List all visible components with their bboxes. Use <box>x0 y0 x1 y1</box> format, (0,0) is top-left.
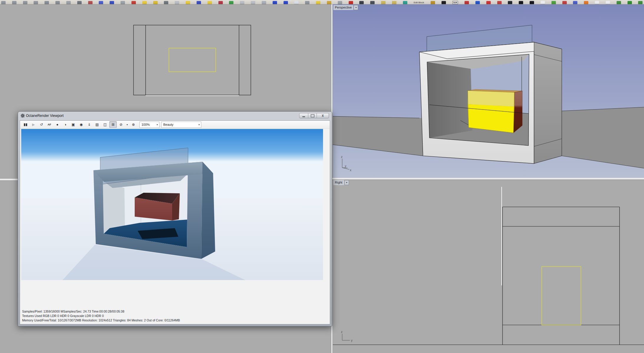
toolbar-icon-stub-3[interactable] <box>34 1 38 4</box>
restart-render-button[interactable]: ↺ <box>38 121 45 128</box>
toolbar-icon-stub-7[interactable] <box>77 1 82 4</box>
toolbar-icon-stub-0[interactable] <box>1 1 6 4</box>
render-pass-select[interactable]: Beauty ▼ <box>161 122 201 128</box>
viewport-right[interactable]: z y Right ▼ <box>332 179 644 353</box>
toolbar-icon-stub-55[interactable] <box>606 1 610 4</box>
play-button[interactable]: ▶ <box>30 121 37 128</box>
toolbar-icon-stub-17[interactable] <box>186 1 190 4</box>
toolbar-icon-stub-28[interactable] <box>305 1 309 4</box>
toolbar-icon-stub-37[interactable] <box>403 1 407 4</box>
save-image-button[interactable]: ⇓ <box>85 121 93 128</box>
toolbar-icon-stub-20[interactable] <box>218 1 223 4</box>
clipboard-copy-button[interactable]: ▤ <box>93 121 101 128</box>
maximize-button[interactable] <box>308 113 317 118</box>
status-memory-line: Memory Used/Free/Total: 10/1267/3072MB R… <box>22 318 180 323</box>
toolbar-icon-stub-36[interactable] <box>392 1 396 4</box>
toolbar-icon-stub-10[interactable] <box>110 1 114 4</box>
toolbar-icon-stub-11[interactable] <box>121 1 125 4</box>
toolbar-icon-stub-13[interactable] <box>142 1 147 4</box>
viewport-title[interactable]: Right <box>333 180 344 185</box>
zoom-actual-button[interactable]: ⊕ <box>130 121 137 128</box>
toolbar-icon-stub-18[interactable] <box>197 1 201 4</box>
color-wheel-button[interactable]: ◑ <box>62 121 69 128</box>
toolbar-icon-stub-49[interactable] <box>541 1 545 4</box>
viewport-perspective[interactable]: z y x Perspective ▼ <box>332 4 644 178</box>
maximize-icon <box>311 114 314 117</box>
toolbar-icon-stub-1[interactable] <box>12 1 17 4</box>
toolbar-icon-stub-29[interactable] <box>316 1 320 4</box>
toolbar-icon-stub-42[interactable] <box>465 1 469 4</box>
chevron-down-icon[interactable]: ▼ <box>197 124 201 126</box>
toolbar-icon-stub-45[interactable] <box>497 1 502 4</box>
axis-z-label: z <box>341 155 342 158</box>
camera-snapshot-button[interactable]: ◉ <box>78 121 85 128</box>
toolbar-icon-stub-15[interactable] <box>164 1 168 4</box>
viewport-quad-button[interactable]: ⊞ <box>109 121 117 128</box>
toolbar-icon-stub-5[interactable] <box>55 1 60 4</box>
close-button[interactable]: X <box>317 113 329 118</box>
toolbar-icon-stub-8[interactable] <box>88 1 93 4</box>
octane-render-window[interactable]: OctaneRender Viewport X ▮▮▶↺AF●◑▣◉⇓▤◫⊞⊘▾… <box>18 111 332 326</box>
toolbar-icon-stub-23[interactable] <box>251 1 255 4</box>
toolbar-icon-stub-52[interactable] <box>573 1 577 4</box>
overlay-disable-button[interactable]: ⊘ <box>117 121 125 128</box>
toolbar-icon-stub-47[interactable] <box>519 1 523 4</box>
toolbar-icon-stub-57[interactable] <box>627 1 632 4</box>
render-statistics: Samples/Pixel: 1359/16000 MSamples/Sec: … <box>22 309 180 323</box>
toolbar-icon-stub-9[interactable] <box>99 1 103 4</box>
viewport-menu-arrow-icon[interactable]: ▼ <box>354 5 358 10</box>
toolbar-icon-stub-12[interactable] <box>131 1 136 4</box>
right-viewport-label[interactable]: Right ▼ <box>333 180 349 185</box>
octane-toolbar: ▮▮▶↺AF●◑▣◉⇓▤◫⊞⊘▾⊕ 100% ▼ Beauty ▼ <box>20 121 330 129</box>
toolbar-icon-stub-31[interactable] <box>338 1 342 4</box>
toolbar-icon-stub-56[interactable] <box>617 1 621 4</box>
viewport-title[interactable]: Perspective <box>333 5 353 10</box>
octane-gear-icon <box>21 114 25 118</box>
viewport-menu-arrow-icon[interactable]: ▼ <box>345 180 349 185</box>
material-ball-button[interactable]: ● <box>54 121 61 128</box>
toolbar-icon-stub-24[interactable] <box>262 1 266 4</box>
toolbar-icon-stub-39[interactable] <box>431 1 435 4</box>
zoom-level-select[interactable]: 100% ▼ <box>139 122 159 128</box>
toolbar-icon-stub-2[interactable] <box>23 1 27 4</box>
toolbar-icon-stub-26[interactable] <box>284 1 288 4</box>
toolbar-icon-stub-43[interactable] <box>475 1 480 4</box>
toolbar-icon-stub-19[interactable] <box>207 1 212 4</box>
toolbar-icon-stub-4[interactable] <box>45 1 49 4</box>
toolbar-icon-stub-50[interactable] <box>551 1 556 4</box>
chevron-down-icon[interactable]: ▼ <box>155 124 159 126</box>
toolbar-icon-stub-51[interactable] <box>562 1 567 4</box>
window-titlebar[interactable]: OctaneRender Viewport X <box>18 112 332 120</box>
toolbar-icon-stub-6[interactable] <box>66 1 71 4</box>
toolbar-icon-stub-32[interactable] <box>349 1 353 4</box>
toolbar-icon-stub-34[interactable] <box>370 1 375 4</box>
toolbar-icon-stub-30[interactable] <box>327 1 331 4</box>
camera-lock-button[interactable]: ◫ <box>101 121 109 128</box>
selected-box-outline[interactable] <box>542 267 581 325</box>
toolbar-icon-stub-58[interactable] <box>638 1 643 4</box>
toolbar-icon-stub-33[interactable] <box>359 1 364 4</box>
toolbar-icon-stub-22[interactable] <box>240 1 244 4</box>
region-render-button[interactable]: ▣ <box>70 121 77 128</box>
autofocus-button[interactable]: AF <box>46 121 53 128</box>
sun-icon[interactable]: SUN <box>452 1 458 4</box>
toolbar-icon-stub-21[interactable] <box>229 1 233 4</box>
pause-button[interactable]: ▮▮ <box>22 121 29 128</box>
toolbar-icon-stub-40[interactable] <box>442 1 446 4</box>
toolbar-icon-stub-48[interactable] <box>530 1 534 4</box>
toolbar-icon-stub-16[interactable] <box>175 1 179 4</box>
toolbar-icon-stub-14[interactable] <box>153 1 158 4</box>
selected-box-outline[interactable] <box>169 48 216 72</box>
perspective-viewport-label[interactable]: Perspective ▼ <box>333 5 358 10</box>
toolbar-icon-stub-35[interactable] <box>381 1 386 4</box>
viewport-splitter-right[interactable] <box>332 178 644 180</box>
selected-yellow-box[interactable] <box>468 89 522 133</box>
toolbar-icon-stub-54[interactable] <box>595 1 599 4</box>
overlay-dropdown-arrow[interactable]: ▾ <box>125 121 129 128</box>
minimize-button[interactable] <box>299 113 308 118</box>
toolbar-icon-stub-53[interactable] <box>584 1 588 4</box>
toolbar-icon-stub-46[interactable] <box>508 1 512 4</box>
toolbar-icon-stub-25[interactable] <box>273 1 277 4</box>
toolbar-icon-stub-27[interactable] <box>294 1 299 4</box>
toolbar-icon-stub-44[interactable] <box>486 1 491 4</box>
